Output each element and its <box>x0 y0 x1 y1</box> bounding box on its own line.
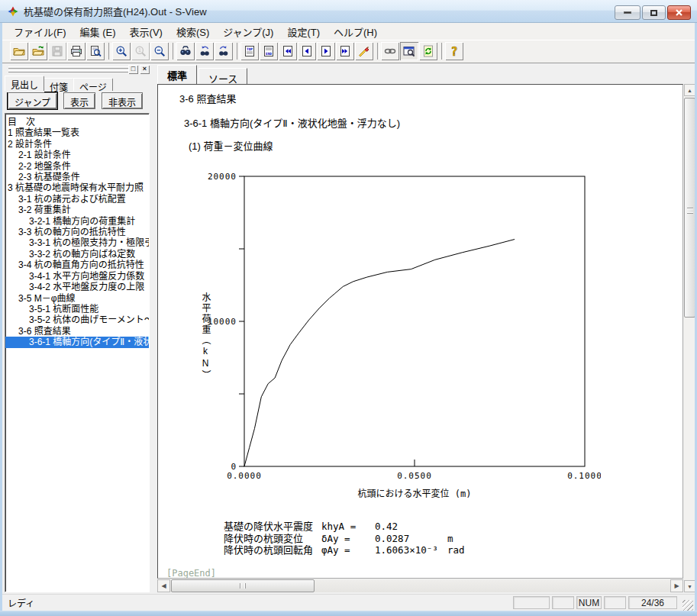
tree-item[interactable]: 1 照査結果一覧表 <box>5 127 149 138</box>
scroll-down-arrow[interactable]: ▼ <box>684 580 695 592</box>
tree-item[interactable]: 3-2-1 橋軸方向の荷重集計 <box>5 216 149 227</box>
tree-item[interactable]: 2-2 地盤条件 <box>5 161 149 172</box>
window-search-button[interactable] <box>400 42 418 60</box>
page-end-icon: END <box>263 45 275 57</box>
restore-button[interactable] <box>642 5 666 20</box>
tree-item[interactable]: 2-3 杭基礎条件 <box>5 172 149 182</box>
close-icon <box>675 8 683 17</box>
print-button[interactable] <box>67 42 86 60</box>
page-top-button[interactable]: TOP <box>240 42 259 60</box>
tree-item[interactable]: 3-5 M－φ曲線 <box>5 293 149 304</box>
open-button[interactable] <box>10 42 28 60</box>
tree-item[interactable]: 2 設計条件 <box>5 139 149 150</box>
menu-item[interactable]: 表示(V) <box>123 23 169 40</box>
tree-item[interactable]: 3-1 杭の諸元および杭配置 <box>5 194 149 205</box>
chart-y-axis-label: 水平荷重（kN） <box>199 292 212 381</box>
next-page-button[interactable] <box>317 42 335 60</box>
panel-maximize-button[interactable]: □ <box>128 65 138 74</box>
outline-action-button[interactable]: ジャンプ <box>8 92 57 109</box>
last-page-button[interactable] <box>336 42 354 60</box>
tree-item[interactable]: 3-3 杭の軸方向の抵抗特性 <box>5 227 149 237</box>
horizontal-scrollbar[interactable]: ◀ ▶ <box>157 579 683 592</box>
find-next-button[interactable] <box>215 42 233 60</box>
help-button[interactable]: ? <box>445 42 463 60</box>
first-page-button[interactable] <box>279 42 297 60</box>
zoom-100-icon: 1 <box>134 45 147 57</box>
tree-item[interactable]: 3-3-2 杭の軸方向ばね定数 <box>5 249 149 260</box>
window-frame-bottom <box>0 611 697 616</box>
toolbar-separator <box>169 42 176 60</box>
page-end-marker: [PageEnd] <box>166 568 216 579</box>
tree-item[interactable]: 3-5-2 杭体の曲げモーメント～ <box>5 314 149 325</box>
vertical-scroll-thumb[interactable] <box>684 98 695 318</box>
close-button[interactable] <box>667 5 691 20</box>
result-sym: δAy = <box>321 533 375 545</box>
tree-item[interactable]: 3-4 杭の軸直角方向の抵抗特性 <box>5 260 149 270</box>
result-unit: m <box>447 533 453 545</box>
horizontal-scroll-track[interactable] <box>170 579 670 592</box>
results-block: 基礎の降伏水平震度khyA =0.42降伏時の杭頭変位δAy =0.0287m降… <box>224 521 465 556</box>
open-refresh-button[interactable] <box>29 42 47 60</box>
menu-item[interactable]: ジャンプ(J) <box>216 23 280 40</box>
refresh-button[interactable] <box>419 42 437 60</box>
resize-grip[interactable] <box>682 600 693 611</box>
bookmark-stamp-button[interactable] <box>355 42 373 60</box>
zoom-in-button[interactable] <box>112 42 131 60</box>
title-bar[interactable]: 杭基礎の保有耐力照査(H24).Out - S-View <box>0 0 697 23</box>
view-tab-inactive[interactable]: ソース <box>198 68 247 84</box>
scroll-left-arrow[interactable]: ◀ <box>157 579 170 592</box>
bookmark-stamp-icon <box>358 45 370 57</box>
print-preview-button[interactable] <box>86 42 105 60</box>
panel-grip-bar[interactable]: □ × <box>3 65 151 76</box>
outline-tab-inactive[interactable]: 付箋 <box>44 78 74 91</box>
outline-action-button[interactable]: 表示 <box>63 92 95 109</box>
view-tab-active[interactable]: 標準 <box>157 65 197 84</box>
outline-tree[interactable]: 目 次1 照査結果一覧表2 設計条件2-1 設計条件2-2 地盤条件2-3 杭基… <box>5 113 150 592</box>
tree-item[interactable]: 3-4-1 水平方向地盤反力係数 <box>5 271 149 282</box>
result-sym: khyA = <box>321 521 375 533</box>
minimize-button[interactable] <box>615 5 641 20</box>
help-icon: ? <box>448 45 460 57</box>
scroll-right-arrow[interactable]: ▶ <box>670 579 683 592</box>
outline-action-button[interactable]: 非表示 <box>102 92 143 109</box>
menu-item[interactable]: ヘルプ(H) <box>327 23 384 40</box>
tree-item[interactable]: 3-2 荷重集計 <box>5 205 149 215</box>
outline-tab-active[interactable]: 見出し <box>5 76 44 91</box>
tree-item[interactable]: 目 次 <box>5 117 149 127</box>
vertical-scrollbar[interactable]: ▲ ▼ <box>684 84 695 592</box>
menu-item[interactable]: 設定(T) <box>280 23 327 40</box>
outline-buttons: ジャンプ表示非表示 <box>8 92 143 110</box>
tree-item[interactable]: 3-5-1 杭断面性能 <box>5 304 149 314</box>
toolbar-separator <box>438 42 445 60</box>
status-bar: レディ NUM24/36 <box>2 594 695 611</box>
x-tick-label: 0.0000 <box>227 471 262 481</box>
scroll-up-arrow[interactable]: ▲ <box>684 84 695 96</box>
menu-item[interactable]: 編集 (E) <box>73 23 123 40</box>
find-prev-button[interactable] <box>195 42 214 60</box>
tree-item[interactable]: 3-3-1 杭の極限支持力・極限引 <box>5 237 149 248</box>
x-axis-title: 杭頭における水平変位 (m) <box>358 488 472 499</box>
outline-tab-inactive[interactable]: ページ <box>73 78 113 91</box>
status-pane <box>604 596 626 609</box>
prev-page-button[interactable] <box>298 42 316 60</box>
figure-heading: (1) 荷重－変位曲線 <box>189 138 273 153</box>
load-displacement-chart: 010000200000.00000.05000.1000杭頭における水平変位 … <box>189 163 601 514</box>
tree-item[interactable]: 2-1 設計条件 <box>5 150 149 160</box>
tree-item-selected[interactable]: 3-6-1 橋軸方向(タイプⅡ・液状 <box>5 337 149 347</box>
panel-close-button[interactable]: × <box>140 65 150 74</box>
next-page-icon <box>320 45 332 57</box>
tree-item[interactable]: 3-6 照査結果 <box>5 326 149 337</box>
document-view[interactable]: 3-6 照査結果 3-6-1 橋軸方向(タイプⅡ・液状化地盤・浮力なし) (1)… <box>157 84 683 579</box>
find-button[interactable] <box>176 42 195 60</box>
zoom-out-button[interactable] <box>150 42 169 60</box>
horizontal-scroll-thumb[interactable] <box>171 579 315 592</box>
tree-item[interactable]: 3 杭基礎の地震時保有水平耐力照 <box>5 182 149 193</box>
link-button[interactable] <box>381 42 399 60</box>
menu-item[interactable]: 検索(S) <box>169 23 216 40</box>
tree-item[interactable]: 3-4-2 水平地盤反力度の上限 <box>5 282 149 292</box>
menu-item[interactable]: ファイル(F) <box>7 23 73 40</box>
page-end-button[interactable]: END <box>260 42 278 60</box>
print-icon <box>70 45 82 57</box>
view-tabs: 標準ソース <box>157 64 249 84</box>
find-icon <box>179 45 192 57</box>
